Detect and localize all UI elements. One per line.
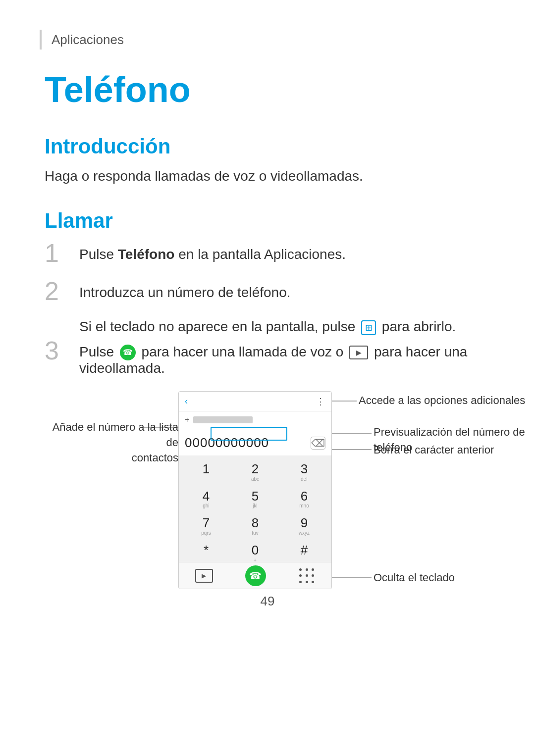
step-3-number: 3 — [45, 338, 79, 363]
step-2-sub-text2: para abrirlo. — [382, 319, 456, 334]
add-contact-plus[interactable]: + — [185, 415, 189, 424]
step-3: 3 Pulse ☎ para hacer una llamada de voz … — [45, 340, 495, 377]
key-1[interactable]: 1 — [189, 460, 223, 484]
step-1-pre: Pulse — [79, 247, 118, 262]
keypad-row-3: 7 pqrs 8 tuv 9 wxyz — [189, 514, 321, 538]
step-3-pre: Pulse — [79, 344, 114, 359]
number-display: 00000000000 ⌫ — [179, 428, 331, 456]
back-button[interactable]: ‹ — [185, 396, 188, 406]
breadcrumb-bar: Aplicaciones — [40, 30, 495, 50]
keypad: 1 2 abc 3 def 4 ghi — [179, 456, 331, 572]
phone-header: ‹ ⋮ — [179, 392, 331, 411]
contact-number-preview — [193, 416, 253, 423]
video-call-button[interactable]: ▶ — [195, 569, 213, 583]
step-1-bold: Teléfono — [118, 247, 175, 262]
key-3[interactable]: 3 def — [287, 460, 321, 484]
menu-button[interactable]: ⋮ — [316, 396, 325, 407]
key-5[interactable]: 5 jkl — [238, 487, 272, 511]
breadcrumb-line — [40, 30, 42, 50]
step-2-sub: Si el teclado no aparece en la pantalla,… — [79, 319, 495, 335]
annotation-bottom-right: Oculta el teclado — [374, 571, 455, 584]
step-2-text: Introduzca un número de teléfono. — [79, 285, 291, 300]
phone-bottom-bar: ▶ ☎ — [179, 562, 331, 589]
contact-bar: + — [179, 411, 331, 428]
breadcrumb-text: Aplicaciones — [52, 32, 124, 48]
page-title: Teléfono — [45, 69, 495, 110]
voice-call-button[interactable]: ☎ — [245, 565, 266, 586]
annotation-left: Añade el número a la lista decontactos — [45, 420, 178, 465]
steps-section: 1 Pulse Teléfono en la pantalla Aplicaci… — [45, 243, 495, 376]
key-7[interactable]: 7 pqrs — [189, 514, 223, 538]
key-8[interactable]: 8 tuv — [238, 514, 272, 538]
page-container: Aplicaciones Teléfono Introducción Haga … — [0, 0, 535, 629]
key-4[interactable]: 4 ghi — [189, 487, 223, 511]
phone-number-text: 00000000000 — [185, 435, 269, 451]
step-2-sub-text: Si el teclado no aparece en la pantalla,… — [79, 319, 355, 334]
intro-body: Haga o responda llamadas de voz o videol… — [45, 168, 495, 184]
page-number: 49 — [261, 594, 275, 609]
annotation-backspace-right: Borra el carácter anterior — [374, 444, 494, 456]
phone-screen: ‹ ⋮ + 00000000000 ⌫ 1 — [178, 391, 332, 589]
step-3-mid: para hacer una llamada de voz o — [142, 344, 348, 359]
annotation-left-text: Añade el número a la lista decontactos — [53, 421, 178, 464]
key-6[interactable]: 6 mno — [287, 487, 321, 511]
keypad-row-1: 1 2 abc 3 def — [189, 460, 321, 484]
step-1: 1 Pulse Teléfono en la pantalla Aplicaci… — [45, 243, 495, 266]
key-9[interactable]: 9 wxyz — [287, 514, 321, 538]
diagram-container: ‹ ⋮ + 00000000000 ⌫ 1 — [45, 391, 530, 599]
backspace-button[interactable]: ⌫ — [311, 437, 325, 450]
grid-icon-inline: ⊞ — [361, 320, 376, 335]
keypad-row-2: 4 ghi 5 jkl 6 mno — [189, 487, 321, 511]
key-2[interactable]: 2 abc — [238, 460, 272, 484]
intro-section-title: Introducción — [45, 135, 495, 158]
video-call-icon-inline: ▶ — [349, 346, 368, 359]
hide-keypad-button[interactable] — [298, 567, 315, 584]
annotation-top-right: Accede a las opciones adicionales — [359, 394, 525, 407]
step-2: 2 Introduzca un número de teléfono. — [45, 281, 495, 304]
step-1-number: 1 — [45, 240, 79, 266]
phone-call-icon-inline: ☎ — [120, 345, 136, 360]
step-2-number: 2 — [45, 278, 79, 304]
step-2-content: Introduzca un número de teléfono. — [79, 281, 495, 301]
step-1-rest: en la pantalla Aplicaciones. — [174, 247, 346, 262]
step-1-content: Pulse Teléfono en la pantalla Aplicacion… — [79, 243, 495, 262]
step-3-content: Pulse ☎ para hacer una llamada de voz o … — [79, 340, 495, 377]
llamar-section-title: Llamar — [45, 209, 495, 233]
